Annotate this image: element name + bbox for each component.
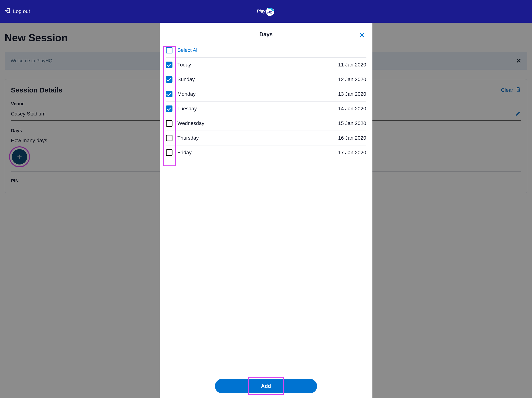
day-date: 13 Jan 2020 bbox=[338, 91, 366, 97]
day-date: 17 Jan 2020 bbox=[338, 150, 366, 156]
modal-close-button[interactable]: ✕ bbox=[359, 31, 365, 39]
day-row[interactable]: Friday17 Jan 2020 bbox=[166, 145, 366, 160]
modal-title: Days bbox=[160, 31, 372, 38]
modal-body: Select All Today11 Jan 2020Sunday12 Jan … bbox=[160, 46, 372, 374]
logo-text-play: Play bbox=[257, 9, 266, 13]
logo-text-hq: HQ bbox=[267, 10, 273, 14]
select-all-label: Select All bbox=[177, 47, 366, 53]
app-logo: Play HQ bbox=[256, 6, 277, 17]
day-list: Select All Today11 Jan 2020Sunday12 Jan … bbox=[166, 46, 366, 160]
day-checkbox[interactable] bbox=[166, 149, 172, 156]
add-button[interactable]: Add bbox=[215, 379, 317, 393]
day-checkbox[interactable] bbox=[166, 76, 172, 83]
day-date: 16 Jan 2020 bbox=[338, 135, 366, 141]
day-name: Thursday bbox=[177, 135, 338, 141]
logout-label: Log out bbox=[13, 8, 30, 14]
day-date: 14 Jan 2020 bbox=[338, 106, 366, 112]
day-name: Monday bbox=[177, 91, 338, 97]
day-date: 15 Jan 2020 bbox=[338, 120, 366, 126]
day-checkbox[interactable] bbox=[166, 105, 172, 112]
modal-header: Days ✕ bbox=[160, 23, 372, 46]
day-checkbox[interactable] bbox=[166, 135, 172, 141]
day-name: Today bbox=[177, 62, 338, 68]
day-checkbox[interactable] bbox=[166, 120, 172, 127]
day-name: Wednesday bbox=[177, 120, 338, 126]
day-row[interactable]: Sunday12 Jan 2020 bbox=[166, 72, 366, 87]
day-row[interactable]: Wednesday15 Jan 2020 bbox=[166, 116, 366, 131]
close-icon: ✕ bbox=[359, 31, 365, 39]
day-name: Tuesday bbox=[177, 106, 338, 112]
logout-icon bbox=[5, 8, 11, 15]
select-all-checkbox[interactable] bbox=[166, 47, 172, 53]
day-date: 12 Jan 2020 bbox=[338, 77, 366, 83]
day-row[interactable]: Today11 Jan 2020 bbox=[166, 58, 366, 72]
day-row[interactable]: Monday13 Jan 2020 bbox=[166, 87, 366, 102]
day-checkbox[interactable] bbox=[166, 62, 172, 68]
day-row[interactable]: Tuesday14 Jan 2020 bbox=[166, 102, 366, 116]
select-all-row[interactable]: Select All bbox=[166, 46, 366, 58]
day-date: 11 Jan 2020 bbox=[338, 62, 366, 68]
day-name: Friday bbox=[177, 150, 338, 156]
day-name: Sunday bbox=[177, 77, 338, 83]
days-modal: Days ✕ Select All Today11 Jan 2020Sunday… bbox=[160, 23, 372, 398]
day-checkbox[interactable] bbox=[166, 91, 172, 97]
app-header: Log out Play HQ bbox=[0, 0, 532, 23]
day-row[interactable]: Thursday16 Jan 2020 bbox=[166, 131, 366, 145]
logout-button[interactable]: Log out bbox=[5, 8, 30, 15]
modal-footer: Add bbox=[160, 374, 372, 398]
